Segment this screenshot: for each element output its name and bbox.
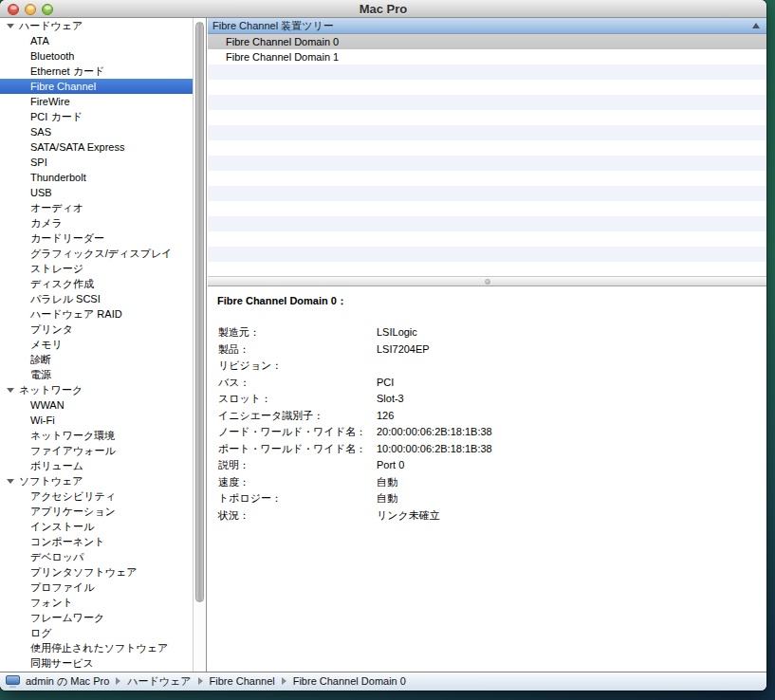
breadcrumb-separator-icon bbox=[198, 677, 203, 685]
sidebar-item[interactable]: Ethernet カード bbox=[0, 64, 194, 79]
sidebar-item[interactable]: WWAN bbox=[0, 397, 194, 413]
detail-field-row: 速度：自動 bbox=[208, 474, 766, 491]
sidebar-item[interactable]: アクセシビリティ bbox=[0, 488, 194, 504]
field-value: LSI7204EP bbox=[377, 341, 766, 359]
sidebar-section-header[interactable]: ネットワーク bbox=[0, 382, 194, 397]
field-value: 20:00:00:06:2B:18:1B:38 bbox=[377, 424, 766, 441]
sidebar-item[interactable]: デベロッパ bbox=[0, 549, 194, 564]
detail-field-row: スロット：Slot-3 bbox=[208, 391, 766, 408]
sidebar-item[interactable]: ログ bbox=[0, 625, 194, 640]
sidebar-section-header[interactable]: ソフトウェア bbox=[0, 473, 194, 488]
detail-field-row: 製品：LSI7204EP bbox=[208, 341, 766, 359]
sidebar-item[interactable]: 同期サービス bbox=[0, 655, 194, 671]
field-value: 10:00:00:06:2B:18:1B:38 bbox=[377, 441, 766, 458]
detail-fields: 製造元：LSILogic製品：LSI7204EPリビジョン：バス：PCIスロット… bbox=[208, 324, 766, 524]
field-label: ポート・ワールド・ワイド名： bbox=[218, 441, 377, 458]
detail-pane: Fibre Channel Domain 0： 製造元：LSILogic製品：L… bbox=[208, 286, 766, 672]
field-label: 製造元： bbox=[218, 324, 377, 341]
detail-field-row: バス：PCI bbox=[208, 375, 766, 392]
sidebar-section-header[interactable]: ハードウェア bbox=[0, 18, 194, 33]
sidebar-item[interactable]: ハードウェア RAID bbox=[0, 306, 194, 322]
field-label: 速度： bbox=[218, 474, 377, 491]
field-label: 状況： bbox=[218, 507, 377, 525]
sidebar-item[interactable]: Fibre Channel bbox=[0, 79, 194, 94]
main-pane: Fibre Channel 装置ツリー Fibre Channel Domain… bbox=[208, 18, 766, 672]
sidebar-item[interactable]: フレームワーク bbox=[0, 610, 194, 625]
device-tree-row[interactable]: Fibre Channel Domain 0 bbox=[208, 34, 766, 49]
detail-field-row: リビジョン： bbox=[208, 358, 766, 375]
field-value: 自動 bbox=[377, 474, 766, 491]
detail-field-row: イニシエータ識別子：126 bbox=[208, 408, 766, 425]
sidebar-item[interactable]: アプリケーション bbox=[0, 504, 194, 519]
sidebar-item[interactable]: 診断 bbox=[0, 352, 194, 367]
field-label: スロット： bbox=[218, 391, 377, 408]
sidebar-item[interactable]: PCI カード bbox=[0, 109, 194, 124]
sidebar-item[interactable]: カメラ bbox=[0, 215, 194, 230]
sidebar-item[interactable]: 使用停止されたソフトウェア bbox=[0, 640, 194, 655]
sidebar-item[interactable]: グラフィックス/ディスプレイ bbox=[0, 246, 194, 261]
field-value: リンク未確立 bbox=[377, 507, 766, 525]
sidebar-item[interactable]: Bluetooth bbox=[0, 48, 194, 64]
sidebar-scrollbar[interactable] bbox=[193, 18, 206, 672]
detail-title: Fibre Channel Domain 0： bbox=[208, 286, 766, 308]
sidebar-item[interactable]: プロファイル bbox=[0, 580, 194, 595]
sidebar-item[interactable]: プリンタ bbox=[0, 322, 194, 337]
device-tree-row[interactable]: Fibre Channel Domain 1 bbox=[208, 49, 766, 64]
pane-splitter[interactable] bbox=[208, 276, 766, 286]
breadcrumb-item[interactable]: ハードウェア bbox=[127, 675, 191, 687]
sidebar-item[interactable]: ストレージ bbox=[0, 261, 194, 276]
sidebar-item[interactable]: コンポーネント bbox=[0, 534, 194, 549]
system-information-window: Mac Pro ハードウェアATABluetoothEthernet カードFi… bbox=[0, 0, 766, 691]
field-value: 自動 bbox=[377, 490, 766, 507]
sidebar-item[interactable]: Thunderbolt bbox=[0, 170, 194, 185]
field-label: ノード・ワールド・ワイド名： bbox=[218, 424, 377, 441]
sidebar-item[interactable]: パラレル SCSI bbox=[0, 291, 194, 306]
status-bar: admin の Mac ProハードウェアFibre ChannelFibre … bbox=[0, 672, 766, 691]
splitter-grip-icon[interactable] bbox=[485, 279, 490, 285]
sidebar-item[interactable]: フォント bbox=[0, 595, 194, 610]
field-label: 製品： bbox=[218, 341, 377, 359]
field-value bbox=[377, 358, 766, 375]
sidebar-item[interactable]: メモリ bbox=[0, 337, 194, 352]
sidebar-item[interactable]: FireWire bbox=[0, 94, 194, 109]
sidebar-item[interactable]: プリンタソフトウェア bbox=[0, 564, 194, 580]
sidebar-item[interactable]: SAS bbox=[0, 124, 194, 139]
field-value: Slot-3 bbox=[377, 391, 766, 408]
sidebar-item[interactable]: SATA/SATA Express bbox=[0, 139, 194, 155]
title-bar[interactable]: Mac Pro bbox=[0, 0, 766, 18]
field-value: Port 0 bbox=[377, 457, 766, 474]
field-label: 説明： bbox=[218, 457, 377, 474]
field-label: トポロジー： bbox=[218, 490, 377, 507]
sidebar-item[interactable]: ボリューム bbox=[0, 458, 194, 473]
sidebar-item[interactable]: 電源 bbox=[0, 367, 194, 382]
sidebar-item[interactable]: Wi-Fi bbox=[0, 413, 194, 428]
sidebar-item[interactable]: ATA bbox=[0, 33, 194, 48]
field-value: 126 bbox=[377, 408, 766, 425]
sidebar: ハードウェアATABluetoothEthernet カードFibre Chan… bbox=[0, 18, 207, 672]
sidebar-list: ハードウェアATABluetoothEthernet カードFibre Chan… bbox=[0, 18, 194, 672]
detail-field-row: ポート・ワールド・ワイド名：10:00:00:06:2B:18:1B:38 bbox=[208, 441, 766, 458]
sidebar-item[interactable]: ファイアウォール bbox=[0, 443, 194, 458]
sidebar-item[interactable]: インストール bbox=[0, 519, 194, 534]
computer-icon bbox=[6, 675, 20, 688]
field-value: PCI bbox=[377, 375, 766, 392]
sidebar-item[interactable]: ネットワーク環境 bbox=[0, 428, 194, 443]
sidebar-item[interactable]: オーディオ bbox=[0, 200, 194, 215]
disclosure-triangle-icon[interactable] bbox=[7, 479, 14, 484]
detail-field-row: 製造元：LSILogic bbox=[208, 324, 766, 341]
breadcrumb-item[interactable]: Fibre Channel bbox=[210, 675, 275, 687]
sort-ascending-icon[interactable] bbox=[752, 23, 760, 28]
breadcrumb-item[interactable]: Fibre Channel Domain 0 bbox=[293, 675, 406, 687]
sidebar-scrollbar-thumb[interactable] bbox=[195, 22, 204, 602]
sidebar-item[interactable]: ディスク作成 bbox=[0, 276, 194, 291]
breadcrumb-item[interactable]: admin の Mac Pro bbox=[26, 675, 109, 687]
sidebar-item[interactable]: カードリーダー bbox=[0, 230, 194, 246]
field-label: イニシエータ識別子： bbox=[218, 408, 377, 425]
device-tree-header[interactable]: Fibre Channel 装置ツリー bbox=[208, 18, 766, 34]
disclosure-triangle-icon[interactable] bbox=[7, 388, 14, 393]
disclosure-triangle-icon[interactable] bbox=[7, 24, 14, 28]
sidebar-item[interactable]: SPI bbox=[0, 155, 194, 170]
sidebar-item[interactable]: USB bbox=[0, 185, 194, 200]
field-value: LSILogic bbox=[377, 324, 766, 341]
device-tree-header-label: Fibre Channel 装置ツリー bbox=[212, 20, 334, 31]
